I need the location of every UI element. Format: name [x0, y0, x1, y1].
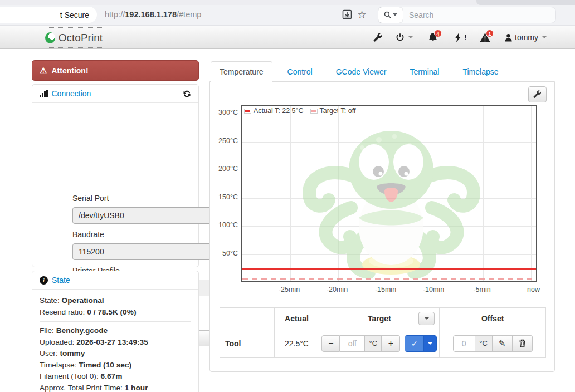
temperature-chart[interactable]: Actual T: 22.5°C Target T: off: [241, 105, 537, 282]
serial-port-label: Serial Port: [72, 194, 109, 203]
tool-row-label: Tool: [220, 329, 275, 358]
save-page-icon[interactable]: [341, 8, 353, 21]
chevron-down-icon: [393, 13, 397, 16]
x-tick: -15min: [369, 286, 402, 293]
tab-terminal[interactable]: Terminal: [402, 61, 448, 82]
target-options-dropdown-button[interactable]: [418, 312, 435, 325]
serial-port-select[interactable]: /dev/ttyUSB0 ˅: [72, 207, 223, 224]
brand-title: OctoPrint: [59, 32, 103, 44]
user-menu-button[interactable]: tommy: [503, 26, 548, 49]
search-input[interactable]: [403, 11, 532, 19]
browser-search-box[interactable]: [378, 7, 556, 23]
state-body: State: Operational Resend ratio: 0 / 78.…: [32, 290, 198, 392]
attention-label: Attention!: [51, 66, 88, 75]
signal-icon: [40, 90, 48, 97]
header-target: Target: [319, 308, 440, 329]
refresh-icon[interactable]: [183, 90, 191, 98]
alerts-button[interactable]: 1: [476, 26, 493, 49]
attention-banner[interactable]: ⚠ Attention!: [32, 60, 199, 81]
y-tick: 300°C: [212, 109, 238, 116]
state-line: Resend ratio: 0 / 78.5K (0%): [40, 307, 191, 318]
state-line-label: State:: [40, 296, 62, 305]
search-engine-chip[interactable]: [378, 7, 403, 23]
x-tick: -20min: [320, 286, 354, 293]
divider: [40, 321, 191, 322]
target-unit: °C: [364, 335, 382, 352]
state-title[interactable]: State: [52, 276, 70, 285]
state-line-label: Uploaded:: [40, 338, 76, 346]
target-decrease-button[interactable]: −: [321, 335, 340, 352]
security-label: t Secure: [60, 11, 89, 19]
connection-panel: Connection Serial Port /dev/ttyUSB0 ˅ Ba…: [32, 84, 199, 267]
header-target-label: Target: [368, 314, 391, 323]
x-tick: -5min: [465, 286, 499, 293]
target-input[interactable]: off: [340, 335, 364, 352]
legend-swatch-actual: [244, 109, 251, 114]
pencil-icon: ✎: [499, 339, 506, 349]
octoprint-logo-icon: [45, 32, 55, 43]
offset-unit: °C: [475, 335, 493, 352]
target-temp-line: [242, 278, 536, 280]
star-glyph: ☆: [357, 9, 367, 21]
y-tick: 150°C: [212, 193, 238, 201]
state-line: File: Benchy.gcode: [40, 325, 191, 337]
screen: t Secure http://192.168.1.178/#temp ☆ Oc…: [0, 0, 575, 392]
tool-actual-value: 22.5°C: [274, 329, 319, 358]
state-line: Timelapse: Timed (10 sec): [40, 360, 191, 371]
y-tick: 50°C: [212, 249, 238, 257]
tab-gcode-viewer[interactable]: GCode Viewer: [328, 61, 395, 82]
settings-wrench-button[interactable]: [370, 26, 386, 49]
y-tick: 100°C: [212, 221, 238, 229]
state-line-label: Resend ratio:: [40, 308, 87, 316]
actual-temp-line: [242, 268, 536, 270]
state-header[interactable]: i State: [32, 271, 198, 290]
state-line-value: tommy: [60, 349, 85, 357]
offset-input[interactable]: 0: [453, 335, 475, 352]
tool-offset-cell: 0 °C ✎: [440, 329, 546, 358]
chevron-down-icon: [408, 36, 413, 38]
brand-link[interactable]: OctoPrint: [45, 27, 103, 48]
chevron-down-icon: [425, 317, 429, 320]
state-line-value: 2026-03-27 13:49:35: [76, 338, 148, 346]
browser-address-bar[interactable]: t Secure http://192.168.1.178/#temp ☆: [0, 5, 575, 26]
tab-control[interactable]: Control: [279, 61, 321, 82]
legend-swatch-target: [310, 109, 318, 114]
url-field[interactable]: http://192.168.1.178/#temp: [105, 10, 201, 19]
temperature-tab-panel: 300°C 250°C 200°C 150°C 100°C 50°C: [209, 81, 555, 372]
alerts-badge: 1: [486, 30, 494, 37]
browser-tab-strip-edge: [476, 0, 575, 5]
table-header-row: Actual Target Offset: [220, 308, 546, 329]
bolt-exclamation: !: [464, 33, 466, 42]
connection-title[interactable]: Connection: [52, 89, 91, 98]
baudrate-select[interactable]: 115200 ˅: [72, 243, 223, 260]
state-line: User: tommy: [40, 348, 191, 360]
chart-settings-button[interactable]: [528, 86, 547, 102]
offset-edit-button[interactable]: ✎: [493, 335, 513, 352]
target-confirm-dropdown[interactable]: [423, 336, 436, 351]
state-line: Uploaded: 2026-03-27 13:49:35: [40, 337, 191, 349]
target-confirm-split-button: ✓: [405, 335, 437, 352]
warning-icon: ⚠: [40, 66, 47, 76]
tab-timelapse[interactable]: Timelapse: [454, 61, 506, 82]
notifications-button[interactable]: 4: [425, 26, 441, 49]
state-line-label: File:: [40, 326, 56, 335]
connectivity-button[interactable]: !: [452, 26, 469, 49]
offset-delete-button[interactable]: [513, 335, 533, 352]
wrench-icon: [533, 90, 542, 99]
temperature-table: Actual Target Offset Tool 22.5°C − off °…: [220, 307, 546, 358]
tab-temperature[interactable]: Temperature: [211, 61, 272, 82]
offset-input-group: 0 °C ✎: [453, 335, 533, 352]
target-increase-button[interactable]: +: [382, 335, 400, 352]
bookmark-star-icon[interactable]: ☆: [357, 8, 369, 21]
state-line: Filament (Tool 0): 6.67m: [40, 371, 191, 383]
url-scheme: http://: [105, 10, 125, 19]
chevron-down-icon: [428, 342, 432, 345]
state-panel: i State State: Operational Resend ratio:…: [32, 271, 199, 392]
main-tabs: Temperature Control GCode Viewer Termina…: [211, 61, 507, 82]
tool-target-cell: − off °C + ✓: [319, 329, 440, 358]
connection-header[interactable]: Connection: [32, 85, 198, 103]
table-row-tool: Tool 22.5°C − off °C + ✓: [220, 329, 546, 358]
target-confirm-button[interactable]: ✓: [405, 336, 423, 351]
power-menu-button[interactable]: [393, 26, 415, 49]
site-security-chip[interactable]: t Secure: [0, 7, 97, 23]
